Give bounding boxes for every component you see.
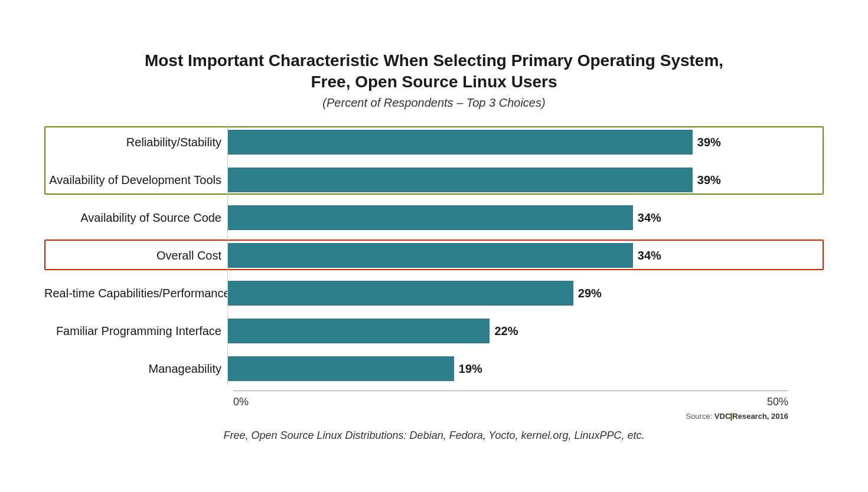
- bar-label: Real-time Capabilities/Performance: [44, 287, 227, 300]
- bar-fill: [227, 281, 573, 306]
- bar-row: Availability of Development Tools39%: [44, 164, 824, 196]
- bar-label: Familiar Programming Interface: [44, 324, 227, 338]
- source-text: Source: VDCResearch, 2016: [686, 412, 788, 421]
- chart-subtitle: (Percent of Respondents – Top 3 Choices): [44, 96, 824, 110]
- bar-value-label: 39%: [697, 136, 721, 149]
- bar-value-label: 34%: [638, 249, 661, 263]
- bar-label: Reliability/Stability: [44, 136, 227, 149]
- bar-label: Overall Cost: [44, 249, 227, 263]
- bar-label: Availability of Source Code: [44, 211, 227, 225]
- bar-fill: [227, 243, 633, 268]
- bar-row: Availability of Source Code34%: [44, 202, 824, 234]
- bar-row: Familiar Programming Interface22%: [44, 315, 824, 347]
- bar-fill: [227, 130, 693, 155]
- chart-inner: Reliability/Stability39%Availability of …: [44, 124, 824, 421]
- bar-value-label: 34%: [638, 211, 661, 225]
- bar-label: Manageability: [44, 362, 227, 376]
- bar-value-label: 19%: [459, 362, 482, 376]
- bar-row: Reliability/Stability39%: [44, 126, 824, 158]
- footer-note: Free, Open Source Linux Distributions: D…: [44, 429, 824, 442]
- bar-row: Manageability19%: [44, 353, 824, 385]
- source-note: Source: VDCResearch, 2016: [44, 411, 788, 421]
- bar-fill: [227, 356, 454, 381]
- x-axis: 0% 50%: [233, 391, 788, 408]
- bar-fill: [227, 319, 490, 343]
- bar-fill: [227, 168, 693, 192]
- bar-row: Real-time Capabilities/Performance29%: [44, 277, 824, 309]
- bars-area: Reliability/Stability39%Availability of …: [44, 124, 824, 385]
- chart-container: Most Important Characteristic When Selec…: [21, 32, 847, 460]
- x-min-label: 0%: [233, 396, 249, 408]
- bar-value-label: 22%: [494, 324, 518, 338]
- bar-value-label: 29%: [578, 287, 602, 300]
- bar-fill: [227, 205, 633, 230]
- bar-label: Availability of Development Tools: [44, 173, 227, 187]
- bar-value-label: 39%: [697, 173, 721, 187]
- bar-row: Overall Cost34%: [44, 240, 824, 271]
- chart-title: Most Important Characteristic When Selec…: [44, 50, 824, 93]
- x-max-label: 50%: [767, 396, 788, 408]
